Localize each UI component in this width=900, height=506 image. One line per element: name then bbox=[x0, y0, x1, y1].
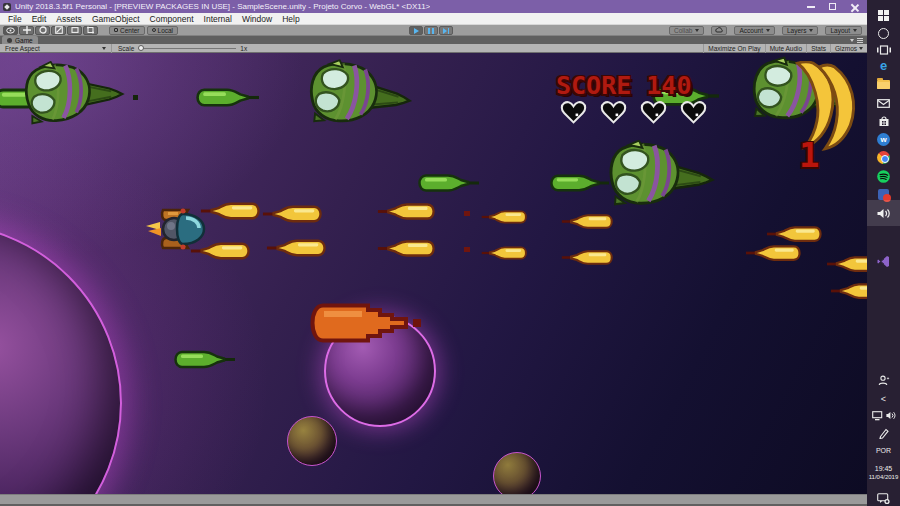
maximize-button[interactable] bbox=[829, 3, 836, 10]
game-view-toolbar: Free Aspect Scale 1x Maximize On Play Mu… bbox=[0, 44, 867, 53]
enemy-bullet bbox=[418, 173, 480, 193]
heart-icon bbox=[600, 100, 627, 125]
toolbar-right-group: Collab Account Layers Layout bbox=[669, 26, 864, 35]
player-bullet bbox=[561, 249, 613, 266]
play-button[interactable] bbox=[409, 26, 423, 35]
pivot-icon bbox=[114, 28, 118, 32]
player-bullet bbox=[745, 244, 801, 262]
scale-value: 1x bbox=[240, 45, 247, 52]
language-indicator[interactable]: POR bbox=[867, 441, 900, 460]
network-icon bbox=[872, 411, 883, 421]
score-text: SCORE 140 bbox=[556, 71, 691, 100]
player-bullet bbox=[826, 255, 867, 273]
layout-dropdown[interactable]: Layout bbox=[825, 26, 862, 35]
planet bbox=[0, 223, 122, 494]
store-bag-icon bbox=[878, 116, 890, 127]
chevron-down-icon bbox=[695, 29, 699, 32]
network-audio-tray[interactable] bbox=[867, 406, 900, 425]
clock[interactable]: 19:45 11/04/2019 bbox=[867, 462, 900, 484]
start-button[interactable] bbox=[867, 6, 900, 25]
unity-app-icon bbox=[3, 3, 11, 11]
transform-tool-icon bbox=[86, 26, 95, 34]
stats-button[interactable]: Stats bbox=[806, 44, 830, 53]
player-bullet bbox=[481, 209, 527, 225]
step-button[interactable] bbox=[439, 26, 453, 35]
player-bullet bbox=[766, 225, 822, 243]
people-button[interactable] bbox=[867, 371, 900, 390]
transform-tool-button[interactable] bbox=[83, 26, 98, 35]
player-bullet bbox=[377, 202, 435, 221]
enemy-projectile bbox=[310, 303, 422, 343]
scale-slider[interactable] bbox=[138, 48, 236, 49]
w-app-button[interactable]: w bbox=[867, 130, 900, 149]
layout-label: Layout bbox=[830, 27, 850, 34]
rect-tool-button[interactable] bbox=[67, 26, 82, 35]
player-bullet bbox=[266, 238, 326, 258]
pivot-group: Center Local bbox=[109, 26, 180, 35]
player-ship bbox=[146, 205, 218, 253]
file-explorer-button[interactable] bbox=[867, 74, 900, 93]
player-bullet bbox=[481, 245, 527, 261]
pause-button[interactable] bbox=[424, 26, 438, 35]
game-viewport[interactable]: SCORE 140 1 bbox=[0, 53, 867, 494]
chrome-button[interactable] bbox=[867, 148, 900, 167]
action-center-button[interactable] bbox=[867, 489, 900, 506]
tab-options-button[interactable] bbox=[850, 38, 863, 43]
date-label: 11/04/2019 bbox=[869, 473, 899, 481]
player-bullet bbox=[830, 282, 867, 300]
chrome-icon bbox=[877, 151, 890, 164]
collab-dropdown[interactable]: Collab bbox=[669, 26, 704, 35]
volume-app-button[interactable] bbox=[867, 200, 900, 226]
scale-tool-icon bbox=[55, 26, 63, 34]
minimize-button[interactable] bbox=[807, 6, 815, 8]
play-controls bbox=[409, 26, 453, 35]
layers-dropdown[interactable]: Layers bbox=[782, 26, 819, 35]
menu-internal[interactable]: Internal bbox=[199, 13, 237, 25]
cloud-button[interactable] bbox=[711, 26, 727, 35]
planet bbox=[287, 416, 337, 466]
account-dropdown[interactable]: Account bbox=[734, 26, 775, 35]
pivot-toggle-button[interactable]: Center bbox=[109, 26, 145, 35]
hand-tool-button[interactable] bbox=[3, 26, 18, 35]
close-button[interactable] bbox=[850, 3, 858, 11]
enemy-ship bbox=[293, 55, 417, 135]
scale-slider-knob[interactable] bbox=[138, 45, 144, 51]
edge-button[interactable]: e bbox=[867, 56, 900, 75]
scale-tool-button[interactable] bbox=[51, 26, 66, 35]
mute-audio-button[interactable]: Mute Audio bbox=[765, 44, 807, 53]
rect-tool-icon bbox=[71, 26, 79, 34]
mail-icon bbox=[877, 99, 890, 108]
maximize-on-play-label: Maximize On Play bbox=[708, 45, 760, 52]
spotify-icon bbox=[877, 170, 890, 183]
speaker-icon bbox=[886, 411, 896, 420]
store-button[interactable] bbox=[867, 112, 900, 131]
move-tool-button[interactable] bbox=[19, 26, 34, 35]
menu-assets[interactable]: Assets bbox=[51, 13, 87, 25]
menu-file[interactable]: File bbox=[3, 13, 27, 25]
space-toggle-button[interactable]: Local bbox=[147, 26, 179, 35]
menu-help[interactable]: Help bbox=[277, 13, 304, 25]
globe-icon bbox=[152, 28, 156, 32]
spotify-button[interactable] bbox=[867, 167, 900, 186]
rotate-tool-button[interactable] bbox=[35, 26, 50, 35]
chevron-down-icon bbox=[853, 29, 857, 32]
language-label: POR bbox=[876, 447, 891, 455]
pivot-label: Center bbox=[120, 27, 140, 34]
title-bar: Unity 2018.3.5f1 Personal - [PREVIEW PAC… bbox=[0, 0, 867, 13]
window-title: Unity 2018.3.5f1 Personal - [PREVIEW PAC… bbox=[15, 2, 430, 11]
maximize-on-play-button[interactable]: Maximize On Play bbox=[703, 44, 764, 53]
player-bullet bbox=[377, 239, 435, 258]
screen: Unity 2018.3.5f1 Personal - [PREVIEW PAC… bbox=[0, 0, 900, 506]
aspect-dropdown[interactable]: Free Aspect bbox=[0, 44, 112, 53]
menu-window[interactable]: Window bbox=[237, 13, 277, 25]
w-app-icon: w bbox=[877, 133, 890, 146]
menu-component[interactable]: Component bbox=[145, 13, 199, 25]
mail-button[interactable] bbox=[867, 94, 900, 113]
visual-studio-button[interactable] bbox=[867, 252, 900, 271]
enemy-bullet bbox=[174, 349, 236, 370]
gizmos-dropdown[interactable]: Gizmos bbox=[830, 44, 867, 53]
edge-icon: e bbox=[880, 59, 887, 72]
enemy-ship bbox=[6, 61, 132, 127]
menu-gameobject[interactable]: GameObject bbox=[87, 13, 145, 25]
menu-edit[interactable]: Edit bbox=[27, 13, 52, 25]
